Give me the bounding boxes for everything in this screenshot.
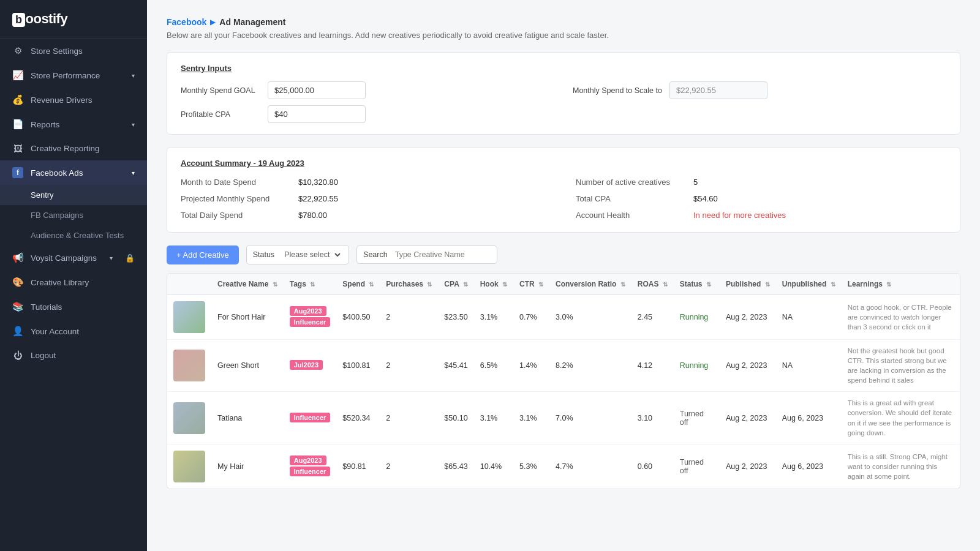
col-roas[interactable]: ROAS ⇅	[631, 274, 674, 295]
col-learnings[interactable]: Learnings ⇅	[842, 274, 960, 295]
tags-cell: Jul2023	[284, 340, 337, 392]
col-unpublished[interactable]: Unpublished ⇅	[776, 274, 842, 295]
sidebar-item-reports[interactable]: 📄 Reports ▾	[0, 112, 147, 137]
sidebar-item-label: Revenue Drivers	[31, 96, 92, 105]
status-filter-select[interactable]: Please select Running Turned off	[279, 246, 342, 264]
sort-icon: ⇅	[831, 281, 835, 288]
chevron-down-icon: ▾	[132, 170, 135, 176]
tag-badge: Jul2023	[290, 360, 323, 370]
creative-icon: 🖼	[12, 143, 23, 154]
col-purchases[interactable]: Purchases ⇅	[380, 274, 438, 295]
logo-icon: b	[12, 13, 25, 27]
chevron-down-icon: ▾	[132, 72, 135, 79]
hook-cell: 3.1%	[474, 295, 513, 340]
tag-badge: Influencer	[290, 317, 331, 327]
profitable-cpa-label: Profitable CPA	[181, 110, 260, 119]
sort-icon: ⇅	[620, 281, 625, 288]
table-row: Green ShortJul2023$100.812$45.416.5%1.4%…	[167, 340, 960, 392]
purchases-cell: 2	[380, 340, 438, 392]
facebook-icon: f	[12, 167, 23, 178]
col-conversion-ratio[interactable]: Conversion Ratio ⇅	[549, 274, 631, 295]
sidebar-item-creative-library[interactable]: 🎨 Creative Library	[0, 270, 147, 294]
tags-cell: Aug2023Influencer	[284, 444, 337, 489]
roas-cell: 4.12	[631, 340, 674, 392]
tag-badge: Influencer	[290, 467, 331, 476]
col-published[interactable]: Published ⇅	[720, 274, 776, 295]
monthly-spend-scale-label: Monthly Spend to Scale to	[573, 86, 662, 95]
ctr-cell: 1.4%	[513, 340, 549, 392]
tags-cell: Influencer	[284, 392, 337, 444]
account-health-label: Account Health	[576, 211, 686, 220]
monthly-spend-goal-input[interactable]	[268, 81, 366, 99]
breadcrumb-parent[interactable]: Facebook	[167, 17, 206, 27]
sort-icon: ⇅	[502, 281, 507, 288]
col-status[interactable]: Status ⇅	[674, 274, 720, 295]
monthly-spend-scale-input[interactable]	[669, 81, 767, 99]
profitable-cpa-input[interactable]	[268, 105, 366, 123]
conversion_ratio-cell: 3.0%	[549, 295, 631, 340]
sort-icon: ⇅	[663, 281, 668, 288]
cpa-cell: $45.41	[438, 340, 473, 392]
purchases-cell: 2	[380, 392, 438, 444]
sidebar-item-label: Your Account	[31, 327, 79, 336]
ctr-cell: 5.3%	[513, 444, 549, 489]
purchases-cell: 2	[380, 444, 438, 489]
learnings-cell: This is a still. Strong CPA, might want …	[842, 444, 960, 489]
summary-row-total-cpa: Total CPA $54.60	[576, 193, 946, 204]
sidebar-item-your-account[interactable]: 👤 Your Account	[0, 319, 147, 343]
tutorials-icon: 📚	[12, 301, 23, 312]
sidebar-item-facebook-ads[interactable]: f Facebook Ads ▾	[0, 160, 147, 185]
library-icon: 🎨	[12, 277, 23, 288]
creative-name-cell: For Short Hair	[211, 295, 284, 340]
published-cell: Aug 2, 2023	[720, 295, 776, 340]
col-ctr[interactable]: CTR ⇅	[513, 274, 549, 295]
active-creatives-value: 5	[693, 178, 698, 187]
unpublished-cell: Aug 6, 2023	[776, 444, 842, 489]
search-group: Search	[356, 246, 497, 264]
sidebar-item-store-performance[interactable]: 📈 Store Performance ▾	[0, 63, 147, 88]
tags-cell: Aug2023Influencer	[284, 295, 337, 340]
cpa-cell: $23.50	[438, 295, 473, 340]
col-thumb	[167, 274, 211, 295]
sidebar-item-store-settings[interactable]: ⚙ Store Settings	[0, 39, 147, 63]
sidebar-item-tutorials[interactable]: 📚 Tutorials	[0, 294, 147, 319]
sidebar-sub-item-sentry[interactable]: Sentry	[0, 185, 147, 205]
sort-icon: ⇅	[310, 281, 315, 288]
sidebar-item-label: Logout	[31, 351, 56, 360]
summary-row-projected-spend: Projected Monthly Spend $22,920.55	[181, 193, 551, 204]
sidebar-item-logout[interactable]: ⏻ Logout	[0, 343, 147, 367]
col-tags[interactable]: Tags ⇅	[284, 274, 337, 295]
sort-icon: ⇅	[427, 281, 432, 288]
sidebar-sub-item-fb-campaigns[interactable]: FB Campaigns	[0, 205, 147, 225]
published-cell: Aug 2, 2023	[720, 444, 776, 489]
col-hook[interactable]: Hook ⇅	[474, 274, 513, 295]
lock-icon: 🔒	[125, 253, 135, 263]
main-content: Facebook ▶ Ad Management Below are all y…	[147, 0, 980, 551]
summary-row-active-creatives: Number of active creatives 5	[576, 176, 946, 188]
chevron-down-icon: ▾	[110, 255, 113, 261]
sidebar-item-revenue-drivers[interactable]: 💰 Revenue Drivers	[0, 88, 147, 112]
unpublished-cell: NA	[776, 340, 842, 392]
sort-icon: ⇅	[706, 281, 711, 288]
creatives-table: Creative Name ⇅ Tags ⇅ Spend ⇅ Purchases…	[167, 274, 960, 489]
unpublished-cell: Aug 6, 2023	[776, 392, 842, 444]
sidebar-item-creative-reporting[interactable]: 🖼 Creative Reporting	[0, 137, 147, 160]
tag-badge: Aug2023	[290, 455, 326, 465]
conversion_ratio-cell: 4.7%	[549, 444, 631, 489]
col-cpa[interactable]: CPA ⇅	[438, 274, 473, 295]
gear-icon: ⚙	[12, 45, 23, 56]
breadcrumb-current: Ad Management	[219, 17, 285, 27]
breadcrumb: Facebook ▶ Ad Management	[167, 17, 960, 27]
col-spend[interactable]: Spend ⇅	[336, 274, 380, 295]
search-input[interactable]	[393, 246, 491, 263]
roas-cell: 2.45	[631, 295, 674, 340]
chevron-down-icon: ▾	[132, 121, 135, 128]
add-creative-button[interactable]: + Add Creative	[167, 246, 239, 264]
creatives-table-wrap: Creative Name ⇅ Tags ⇅ Spend ⇅ Purchases…	[167, 273, 960, 489]
sidebar-item-label: Store Performance	[31, 71, 100, 80]
conversion_ratio-cell: 7.0%	[549, 392, 631, 444]
col-creative-name[interactable]: Creative Name ⇅	[211, 274, 284, 295]
sidebar-item-voysit-campaigns[interactable]: 📢 Voysit Campaigns ▾ 🔒	[0, 246, 147, 270]
projected-spend-label: Projected Monthly Spend	[181, 194, 291, 203]
sidebar-sub-item-audience-tests[interactable]: Audience & Creative Tests	[0, 225, 147, 246]
